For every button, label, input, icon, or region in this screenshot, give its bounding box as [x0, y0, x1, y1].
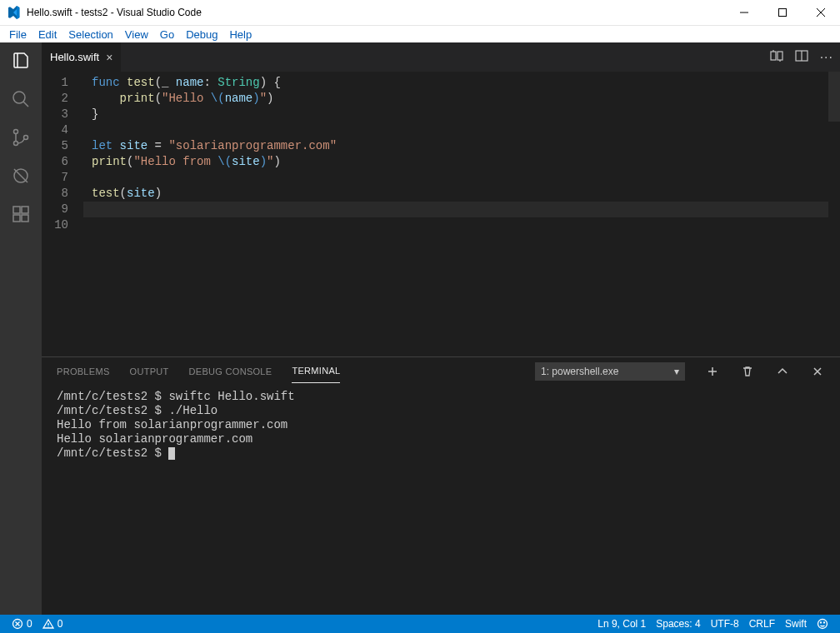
status-warnings[interactable]: 0 [38, 618, 68, 630]
terminal-cursor [168, 447, 175, 460]
status-eol[interactable]: CRLF [744, 618, 780, 630]
code-content[interactable]: func test(_ name: String) { print("Hello… [83, 72, 828, 356]
svg-point-2 [14, 130, 18, 134]
status-feedback[interactable] [812, 618, 833, 630]
code-line[interactable] [83, 217, 828, 233]
terminal-select-value: 1: powershell.exe [541, 366, 618, 377]
menubar: FileEditSelectionViewGoDebugHelp [0, 26, 840, 42]
svg-point-3 [14, 142, 18, 146]
code-line[interactable] [83, 202, 828, 217]
editor-toolbar: ··· [763, 42, 840, 72]
svg-rect-9 [22, 215, 28, 222]
minimap-slider[interactable] [828, 72, 840, 122]
panel-tab-problems[interactable]: PROBLEMS [57, 360, 110, 383]
terminal-line: Hello solarianprogrammer.com [57, 432, 825, 446]
code-line[interactable] [83, 170, 828, 186]
new-terminal-icon[interactable] [705, 364, 720, 379]
split-editor-icon[interactable] [795, 49, 808, 65]
code-line[interactable]: print("Hello from \(site)") [83, 154, 828, 170]
svg-point-14 [818, 620, 828, 629]
menu-view[interactable]: View [119, 27, 154, 42]
debug-icon[interactable] [9, 164, 32, 187]
maximize-panel-icon[interactable] [775, 364, 790, 379]
menu-edit[interactable]: Edit [32, 27, 62, 42]
status-language[interactable]: Swift [780, 618, 812, 630]
explorer-icon[interactable] [9, 49, 32, 72]
terminal-line: /mnt/c/tests2 $ ./Hello [57, 404, 825, 418]
code-line[interactable]: print("Hello \(name)") [83, 91, 828, 107]
terminal-line: Hello from solarianprogrammer.com [57, 418, 825, 432]
line-number: 10 [42, 217, 83, 233]
panel-tab-debug-console[interactable]: DEBUG CONSOLE [189, 360, 272, 383]
svg-rect-8 [13, 215, 20, 222]
svg-point-16 [824, 622, 825, 623]
minimize-button[interactable] [725, 0, 763, 26]
svg-rect-11 [778, 52, 782, 60]
activity-bar [0, 42, 42, 615]
vscode-icon [7, 6, 20, 19]
close-icon[interactable]: × [106, 51, 112, 64]
close-panel-icon[interactable] [810, 364, 825, 379]
search-icon[interactable] [9, 87, 32, 111]
close-button[interactable] [802, 0, 840, 26]
menu-go[interactable]: Go [154, 27, 180, 42]
compare-icon[interactable] [770, 49, 783, 65]
line-number: 3 [42, 107, 83, 122]
maximize-button[interactable] [763, 0, 802, 26]
statusbar: 0 0 Ln 9, Col 1 Spaces: 4 UTF-8 CRLF Swi… [0, 615, 840, 633]
menu-selection[interactable]: Selection [62, 27, 118, 42]
smiley-icon [817, 618, 828, 630]
line-number: 7 [42, 170, 83, 186]
code-line[interactable]: let site = "solarianprogrammer.com" [83, 138, 828, 154]
svg-point-4 [24, 136, 28, 140]
terminal-select[interactable]: 1: powershell.exe ▾ [535, 362, 685, 381]
editor[interactable]: 12345678910 func test(_ name: String) { … [42, 72, 840, 356]
kill-terminal-icon[interactable] [740, 364, 755, 379]
status-encoding[interactable]: UTF-8 [706, 618, 744, 630]
status-errors[interactable]: 0 [7, 618, 38, 630]
menu-help[interactable]: Help [223, 27, 258, 42]
menu-file[interactable]: File [3, 27, 32, 42]
svg-point-15 [821, 622, 822, 623]
line-numbers: 12345678910 [42, 72, 83, 356]
svg-rect-7 [22, 207, 28, 213]
code-line[interactable]: test(site) [83, 186, 828, 202]
line-number: 5 [42, 138, 83, 154]
panel-tabs: PROBLEMSOUTPUTDEBUG CONSOLETERMINAL 1: p… [42, 357, 840, 385]
terminal-line: /mnt/c/tests2 $ [57, 446, 825, 461]
line-number: 4 [42, 122, 83, 138]
menu-debug[interactable]: Debug [180, 27, 223, 42]
svg-rect-0 [779, 9, 787, 17]
more-actions-icon[interactable]: ··· [820, 50, 833, 65]
error-icon [12, 618, 23, 630]
main: Hello.swift × ··· 12345678910 func test(… [0, 42, 840, 615]
code-line[interactable]: } [83, 107, 828, 122]
status-cursor-position[interactable]: Ln 9, Col 1 [592, 618, 651, 630]
line-number: 1 [42, 75, 83, 91]
line-number: 2 [42, 91, 83, 107]
extensions-icon[interactable] [9, 202, 32, 226]
svg-rect-10 [771, 52, 776, 60]
line-number: 8 [42, 186, 83, 202]
minimap[interactable] [828, 72, 840, 356]
svg-rect-6 [13, 207, 20, 213]
window-title: Hello.swift - tests2 - Visual Studio Cod… [27, 7, 202, 18]
terminal-body[interactable]: /mnt/c/tests2 $ swiftc Hello.swift/mnt/c… [42, 385, 840, 615]
dropdown-icon: ▾ [674, 366, 679, 377]
panel-tab-output[interactable]: OUTPUT [130, 360, 169, 383]
editor-area: Hello.swift × ··· 12345678910 func test(… [42, 42, 840, 615]
terminal-line: /mnt/c/tests2 $ swiftc Hello.swift [57, 390, 825, 404]
line-number: 9 [42, 202, 83, 217]
status-indentation[interactable]: Spaces: 4 [651, 618, 705, 630]
code-line[interactable]: func test(_ name: String) { [83, 75, 828, 91]
panel-tab-terminal[interactable]: TERMINAL [292, 359, 340, 383]
warning-count: 0 [58, 618, 63, 630]
tab-label: Hello.swift [50, 51, 99, 63]
code-line[interactable] [83, 122, 828, 138]
panel: PROBLEMSOUTPUTDEBUG CONSOLETERMINAL 1: p… [42, 356, 840, 615]
editor-tab[interactable]: Hello.swift × [42, 42, 121, 72]
error-count: 0 [27, 618, 32, 630]
source-control-icon[interactable] [9, 126, 32, 149]
line-number: 6 [42, 154, 83, 170]
svg-point-1 [13, 92, 25, 103]
